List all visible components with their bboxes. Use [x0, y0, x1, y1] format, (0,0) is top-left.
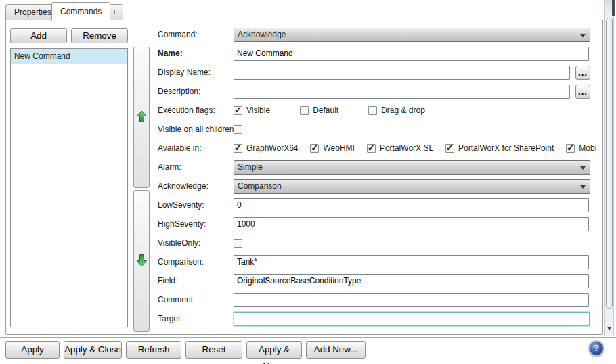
scroll-down-icon[interactable]: ▼: [605, 325, 613, 334]
acknowledge-row: Acknowledge: Comparison: [152, 177, 604, 196]
vertical-scrollbar[interactable]: ▼: [604, 0, 614, 336]
tab-bar: Properties Commands +: [0, 0, 616, 20]
visible-only-row: VisibleOnly:: [152, 233, 604, 252]
available-in-label: Available in:: [152, 143, 234, 153]
command-form: Command: Acknowledge Name: Display Name:: [152, 25, 604, 328]
check-icon: ✓: [446, 143, 454, 153]
graphworx64-label: GraphWorX64: [246, 143, 298, 153]
description-row: Description: ...: [152, 82, 604, 101]
command-dropdown[interactable]: Acknowledge: [234, 28, 590, 42]
add-button[interactable]: Add: [10, 28, 67, 43]
comparison-label: Comparison:: [152, 257, 234, 267]
help-icon[interactable]: ?: [588, 340, 604, 357]
dropdown-arrow-icon: [580, 185, 586, 189]
visible-flag-option[interactable]: ✓ Visible: [234, 106, 270, 115]
target-input[interactable]: [234, 312, 590, 326]
command-dropdown-value: Acknowledge: [238, 30, 286, 39]
acknowledge-dropdown[interactable]: Comparison: [234, 179, 590, 194]
commands-editor-window: Properties Commands + Add Remove New Com…: [0, 0, 616, 364]
apply-button[interactable]: Apply: [5, 341, 60, 359]
target-row: Target:: [152, 309, 604, 328]
checkbox-icon[interactable]: [368, 106, 377, 115]
comparison-input[interactable]: [234, 255, 589, 269]
dropdown-arrow-icon: [580, 166, 586, 170]
webhmi-option[interactable]: ✓ WebHMI: [310, 143, 354, 153]
visible-on-all-children-checkbox[interactable]: [234, 125, 242, 134]
comment-label: Comment:: [152, 295, 234, 304]
drag-drop-flag-option[interactable]: Drag & drop: [368, 106, 425, 115]
comment-row: Comment:: [152, 290, 604, 309]
alarm-label: Alarm:: [152, 162, 234, 172]
window-bottom-border: [0, 361, 616, 361]
tab-commands[interactable]: Commands: [51, 2, 110, 21]
display-name-input[interactable]: [234, 66, 570, 80]
execution-flags-row: Execution flags: ✓ Visible Default Drag …: [152, 101, 604, 120]
portalworx-sl-label: PortalWorX SL: [380, 143, 433, 153]
drag-drop-flag-label: Drag & drop: [381, 106, 425, 115]
name-input[interactable]: [234, 47, 589, 61]
add-new-button[interactable]: Add New...: [306, 341, 366, 359]
checkbox-icon[interactable]: ✓: [445, 144, 454, 153]
target-label: Target:: [152, 314, 234, 323]
move-up-button[interactable]: [133, 47, 150, 188]
checkbox-icon[interactable]: [300, 106, 309, 115]
name-label: Name:: [152, 49, 234, 58]
field-label: Field:: [152, 276, 234, 286]
high-severity-input[interactable]: [234, 217, 589, 231]
checkbox-icon[interactable]: ✓: [234, 106, 242, 115]
available-in-row: Available in: ✓ GraphWorX64 ✓ WebHMI ✓ P…: [152, 139, 604, 158]
scrollbar-thumb[interactable]: [606, 18, 613, 309]
visible-only-label: VisibleOnly:: [152, 238, 234, 248]
description-input[interactable]: [234, 85, 570, 99]
execution-flags-label: Execution flags:: [152, 106, 234, 115]
arrow-down-icon: [137, 254, 147, 268]
low-severity-input[interactable]: [234, 198, 589, 212]
checkbox-icon[interactable]: ✓: [367, 144, 376, 153]
acknowledge-label: Acknowledge:: [152, 181, 234, 191]
webhmi-label: WebHMI: [323, 143, 354, 153]
check-icon: ✓: [368, 143, 375, 153]
command-label: Command:: [152, 30, 234, 39]
move-down-button[interactable]: [133, 190, 150, 332]
visible-on-all-children-row: Visible on all children:: [152, 120, 604, 139]
check-icon: ✓: [234, 143, 242, 153]
apply-new-button[interactable]: Apply & New..: [246, 341, 302, 359]
arrow-up-icon: [137, 111, 147, 124]
default-flag-label: Default: [313, 106, 338, 115]
command-list[interactable]: New Command: [10, 48, 128, 327]
checkbox-icon[interactable]: ✓: [234, 144, 242, 153]
visible-only-checkbox[interactable]: [234, 239, 242, 248]
default-flag-option[interactable]: Default: [300, 106, 338, 115]
comparison-row: Comparison:: [152, 252, 604, 271]
name-row: Name:: [152, 44, 604, 63]
display-name-row: Display Name: ...: [152, 63, 604, 82]
mobilehmi-label: Mobi: [579, 143, 596, 153]
field-input[interactable]: [234, 274, 589, 288]
alarm-dropdown[interactable]: Simple: [234, 160, 590, 175]
check-icon: ✓: [311, 143, 318, 153]
description-browse-button[interactable]: ...: [575, 85, 590, 99]
portalworx-sl-option[interactable]: ✓ PortalWorX SL: [367, 143, 433, 153]
window-edge-strip: [612, 0, 615, 16]
comment-input[interactable]: [234, 293, 589, 307]
visible-on-all-children-label: Visible on all children:: [152, 124, 234, 134]
refresh-button[interactable]: Refresh: [126, 341, 181, 359]
dropdown-arrow-icon: [580, 34, 586, 37]
display-name-browse-button[interactable]: ...: [575, 66, 590, 80]
reset-button[interactable]: Reset: [185, 341, 242, 359]
remove-button[interactable]: Remove: [71, 28, 128, 43]
description-label: Description:: [152, 87, 234, 96]
check-icon: ✓: [567, 143, 574, 153]
apply-close-button[interactable]: Apply & Close: [64, 341, 122, 359]
low-severity-row: LowSeverity:: [152, 196, 604, 214]
commands-panel: Add Remove New Command: [5, 20, 603, 335]
list-item[interactable]: New Command: [11, 49, 127, 64]
acknowledge-dropdown-value: Comparison: [238, 181, 282, 191]
command-row: Command: Acknowledge: [152, 25, 604, 44]
high-severity-row: HighSeverity:: [152, 214, 604, 233]
mobilehmi-option[interactable]: ✓ Mobi: [566, 143, 596, 153]
checkbox-icon[interactable]: ✓: [310, 144, 319, 153]
graphworx64-option[interactable]: ✓ GraphWorX64: [234, 143, 298, 153]
portalworx-sharepoint-option[interactable]: ✓ PortalWorX for SharePoint: [445, 143, 554, 153]
checkbox-icon[interactable]: ✓: [566, 144, 575, 153]
